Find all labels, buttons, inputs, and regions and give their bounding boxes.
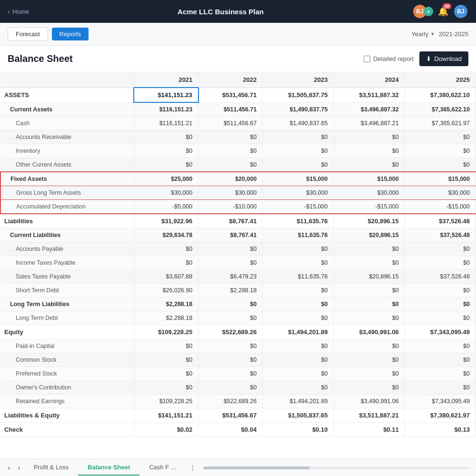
row-cell: $3,511,887.32 xyxy=(334,88,405,102)
table-row: Gross Long Term Assets$30,000$30,000$30,… xyxy=(0,186,476,200)
row-cell: $7,343,095.49 xyxy=(405,395,476,408)
row-cell: $0 xyxy=(334,353,405,367)
row-cell: $0 xyxy=(334,242,405,256)
row-label: Common Stock xyxy=(0,353,134,367)
row-cell: $0 xyxy=(198,339,263,353)
main-content: Balance Sheet Detailed report ⬇ Download… xyxy=(0,46,476,459)
row-cell: $0 xyxy=(263,367,334,381)
row-cell: $0.02 xyxy=(134,423,198,437)
row-cell: -$15,000 xyxy=(263,200,334,214)
row-cell: $522,689.26 xyxy=(198,395,263,408)
row-label: Income Taxes Payable xyxy=(0,256,134,270)
row-cell: $109,228.25 xyxy=(134,325,198,339)
table-row: Preferred Stock$0$0$0$0$0 xyxy=(0,367,476,381)
row-cell: $3,490,991.06 xyxy=(334,395,405,408)
row-cell: $37,526.48 xyxy=(405,270,476,284)
tab-scrollbar-thumb xyxy=(203,466,309,469)
row-cell: $30,000 xyxy=(405,186,476,200)
row-cell: $15,000 xyxy=(334,172,405,186)
tab-prev-button[interactable]: ‹ xyxy=(4,464,14,472)
row-cell: $0 xyxy=(405,381,476,395)
table-row: Accounts Receivable$0$0$0$0$0 xyxy=(0,130,476,144)
add-user-icon[interactable]: + xyxy=(424,7,433,16)
row-cell: $0 xyxy=(134,381,198,395)
row-label: ASSETS xyxy=(0,88,134,102)
row-cell: $0 xyxy=(198,144,263,158)
sheet-actions: Detailed report ⬇ Download xyxy=(364,51,468,66)
row-cell: $7,343,095.49 xyxy=(405,325,476,339)
row-cell: $0 xyxy=(134,242,198,256)
row-cell: $2,288.18 xyxy=(198,284,263,298)
row-cell: $1,505,837.65 xyxy=(263,408,334,423)
forecast-button[interactable]: Forecast xyxy=(8,27,48,41)
download-button[interactable]: ⬇ Download xyxy=(419,51,468,66)
row-label: Other Current Assets xyxy=(0,158,134,172)
row-cell: $1,494,201.89 xyxy=(263,395,334,408)
row-cell: $0 xyxy=(334,339,405,353)
row-cell: $0 xyxy=(134,339,198,353)
row-cell: $511,456.67 xyxy=(198,117,263,130)
detailed-report-label: Detailed report xyxy=(373,55,414,62)
row-cell: $0 xyxy=(134,256,198,270)
col-header-2023: 2023 xyxy=(263,72,334,88)
table-row: Retained Earnings$109,228.25$522,689.26$… xyxy=(0,395,476,408)
checkbox-icon xyxy=(364,56,370,62)
row-label: Owner's Contribution xyxy=(0,381,134,395)
row-cell: $0 xyxy=(334,284,405,298)
detailed-report-toggle[interactable]: Detailed report xyxy=(364,55,414,62)
tab-profit-loss[interactable]: Profit & Loss xyxy=(24,460,79,476)
row-cell: $0 xyxy=(334,130,405,144)
reports-button[interactable]: Reports xyxy=(52,28,89,40)
caret-icon: ▼ xyxy=(430,31,435,37)
row-cell: $0 xyxy=(405,242,476,256)
table-row: Fixed Assets$25,000$20,000$15,000$15,000… xyxy=(0,172,476,186)
notifications[interactable]: 🔔 48 xyxy=(438,6,448,17)
row-cell: $511,456.71 xyxy=(198,102,263,117)
row-cell: -$5,000 xyxy=(134,200,198,214)
row-cell: $0 xyxy=(405,298,476,311)
row-cell: -$10,000 xyxy=(198,200,263,214)
tab-scrollbar[interactable] xyxy=(203,466,468,469)
table-row: Inventory$0$0$0$0$0 xyxy=(0,144,476,158)
table-row: Equity$109,228.25$522,689.26$1,494,201.8… xyxy=(0,325,476,339)
sheet-title: Balance Sheet xyxy=(8,53,73,64)
table-row: Current Liabilities$29,634.78$8,767.41$1… xyxy=(0,228,476,242)
row-cell: $0 xyxy=(263,381,334,395)
row-cell: $37,526.48 xyxy=(405,214,476,228)
row-cell: $25,000 xyxy=(134,172,198,186)
row-cell: $2,288.18 xyxy=(134,298,198,311)
footer-tabs: ‹ › Profit & Loss Balance Sheet Cash F .… xyxy=(0,459,476,476)
row-cell: $0 xyxy=(134,144,198,158)
tab-next-button[interactable]: › xyxy=(14,464,24,472)
row-cell: $116,151.21 xyxy=(134,117,198,130)
row-label: Long Term Liabilities xyxy=(0,298,134,311)
row-cell: -$15,000 xyxy=(334,200,405,214)
avatar-current-user[interactable]: BJ xyxy=(453,4,468,19)
download-icon: ⬇ xyxy=(426,55,431,62)
back-label: Home xyxy=(12,8,29,15)
row-cell: $8,767.41 xyxy=(198,214,263,228)
row-cell: $0 xyxy=(405,367,476,381)
period-dropdown[interactable]: Yearly ▼ xyxy=(411,30,435,38)
row-cell: $0 xyxy=(263,353,334,367)
row-cell: $0 xyxy=(405,130,476,144)
row-cell: $0 xyxy=(198,256,263,270)
tab-cash-flow[interactable]: Cash F ... xyxy=(139,460,185,476)
sheet-header: Balance Sheet Detailed report ⬇ Download xyxy=(0,46,476,72)
table-row: Common Stock$0$0$0$0$0 xyxy=(0,353,476,367)
col-header-2022: 2022 xyxy=(198,72,263,88)
row-cell: $0.04 xyxy=(198,423,263,437)
row-cell: $531,456.71 xyxy=(198,88,263,102)
row-label: Fixed Assets xyxy=(0,172,134,186)
row-cell: $0 xyxy=(198,367,263,381)
row-cell: $0 xyxy=(198,130,263,144)
table-container[interactable]: 2021 2022 2023 2024 2025 ASSETS$141,151.… xyxy=(0,72,476,459)
tab-more-button[interactable]: ⋮ xyxy=(186,460,199,475)
back-button[interactable]: ‹ Home xyxy=(8,8,29,15)
row-cell: $20,000 xyxy=(198,172,263,186)
chevron-left-icon: ‹ xyxy=(8,8,10,15)
table-row: Accumulated Depreciation-$5,000-$10,000-… xyxy=(0,200,476,214)
row-cell: $1,505,837.75 xyxy=(263,88,334,102)
row-label: Current Assets xyxy=(0,102,134,117)
tab-balance-sheet[interactable]: Balance Sheet xyxy=(78,460,139,476)
